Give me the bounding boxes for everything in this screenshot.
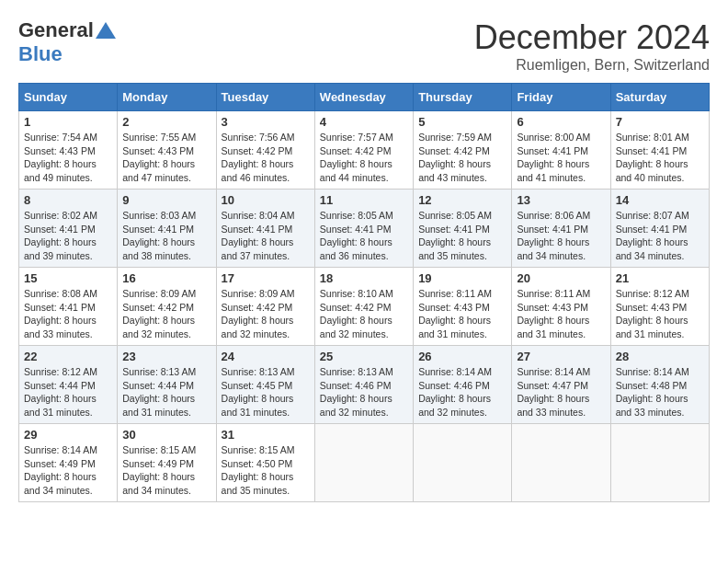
day-info: Sunrise: 8:02 AMSunset: 4:41 PMDaylight:… bbox=[24, 209, 112, 263]
day-number: 14 bbox=[616, 193, 704, 207]
calendar-week-row: 29Sunrise: 8:14 AMSunset: 4:49 PMDayligh… bbox=[19, 424, 710, 502]
day-info: Sunrise: 8:11 AMSunset: 4:43 PMDaylight:… bbox=[418, 287, 506, 341]
day-number: 22 bbox=[24, 350, 112, 363]
day-number: 28 bbox=[616, 350, 704, 363]
day-number: 8 bbox=[24, 193, 112, 207]
day-number: 19 bbox=[418, 271, 506, 285]
day-number: 18 bbox=[320, 271, 408, 285]
calendar-day-cell: 18Sunrise: 8:10 AMSunset: 4:42 PMDayligh… bbox=[314, 268, 413, 346]
calendar-day-cell: 14Sunrise: 8:07 AMSunset: 4:41 PMDayligh… bbox=[610, 190, 709, 268]
day-info: Sunrise: 8:04 AMSunset: 4:41 PMDaylight:… bbox=[222, 209, 310, 263]
day-info: Sunrise: 8:10 AMSunset: 4:42 PMDaylight:… bbox=[320, 287, 408, 341]
month-title: December 2024 bbox=[474, 18, 710, 57]
calendar-day-cell: 31Sunrise: 8:15 AMSunset: 4:50 PMDayligh… bbox=[216, 424, 314, 502]
day-number: 6 bbox=[517, 115, 605, 129]
calendar-day-cell: 24Sunrise: 8:13 AMSunset: 4:45 PMDayligh… bbox=[216, 346, 314, 424]
calendar-day-cell: 1Sunrise: 7:54 AMSunset: 4:43 PMDaylight… bbox=[19, 111, 118, 190]
calendar-empty-cell bbox=[414, 424, 512, 502]
day-info: Sunrise: 8:11 AMSunset: 4:43 PMDaylight:… bbox=[517, 287, 605, 341]
calendar-day-cell: 13Sunrise: 8:06 AMSunset: 4:41 PMDayligh… bbox=[512, 190, 610, 268]
logo-blue: Blue bbox=[18, 42, 63, 66]
day-info: Sunrise: 8:09 AMSunset: 4:42 PMDaylight:… bbox=[222, 287, 310, 341]
calendar-day-cell: 23Sunrise: 8:13 AMSunset: 4:44 PMDayligh… bbox=[118, 346, 216, 424]
calendar-week-row: 15Sunrise: 8:08 AMSunset: 4:41 PMDayligh… bbox=[19, 268, 710, 346]
calendar-day-cell: 20Sunrise: 8:11 AMSunset: 4:43 PMDayligh… bbox=[512, 268, 610, 346]
day-number: 7 bbox=[616, 115, 704, 129]
calendar-empty-cell bbox=[610, 424, 709, 502]
day-number: 1 bbox=[24, 115, 112, 129]
day-number: 27 bbox=[517, 350, 605, 363]
calendar-day-cell: 22Sunrise: 8:12 AMSunset: 4:44 PMDayligh… bbox=[19, 346, 118, 424]
calendar-week-row: 1Sunrise: 7:54 AMSunset: 4:43 PMDaylight… bbox=[19, 111, 710, 190]
day-info: Sunrise: 8:12 AMSunset: 4:44 PMDaylight:… bbox=[24, 365, 112, 419]
calendar-day-cell: 19Sunrise: 8:11 AMSunset: 4:43 PMDayligh… bbox=[414, 268, 512, 346]
day-info: Sunrise: 8:09 AMSunset: 4:42 PMDaylight:… bbox=[122, 287, 210, 341]
day-info: Sunrise: 7:59 AMSunset: 4:42 PMDaylight:… bbox=[418, 131, 506, 185]
day-number: 5 bbox=[418, 115, 506, 129]
calendar-day-cell: 16Sunrise: 8:09 AMSunset: 4:42 PMDayligh… bbox=[118, 268, 216, 346]
day-info: Sunrise: 8:00 AMSunset: 4:41 PMDaylight:… bbox=[517, 131, 605, 185]
day-number: 3 bbox=[222, 115, 310, 129]
calendar-header-wednesday: Wednesday bbox=[314, 84, 413, 111]
calendar-day-cell: 29Sunrise: 8:14 AMSunset: 4:49 PMDayligh… bbox=[19, 424, 118, 502]
day-info: Sunrise: 8:14 AMSunset: 4:47 PMDaylight:… bbox=[517, 365, 605, 419]
day-number: 29 bbox=[24, 428, 112, 442]
day-info: Sunrise: 7:54 AMSunset: 4:43 PMDaylight:… bbox=[24, 131, 112, 185]
day-info: Sunrise: 8:05 AMSunset: 4:41 PMDaylight:… bbox=[418, 209, 506, 263]
day-info: Sunrise: 8:15 AMSunset: 4:50 PMDaylight:… bbox=[222, 443, 310, 498]
day-info: Sunrise: 8:13 AMSunset: 4:46 PMDaylight:… bbox=[320, 365, 408, 419]
calendar-day-cell: 30Sunrise: 8:15 AMSunset: 4:49 PMDayligh… bbox=[118, 424, 216, 502]
day-number: 31 bbox=[222, 428, 310, 442]
day-number: 11 bbox=[320, 193, 408, 207]
calendar-day-cell: 7Sunrise: 8:01 AMSunset: 4:41 PMDaylight… bbox=[610, 111, 709, 190]
location-title: Ruemligen, Bern, Switzerland bbox=[474, 57, 710, 74]
calendar-day-cell: 5Sunrise: 7:59 AMSunset: 4:42 PMDaylight… bbox=[414, 111, 512, 190]
day-info: Sunrise: 8:14 AMSunset: 4:48 PMDaylight:… bbox=[616, 365, 704, 419]
calendar-header-thursday: Thursday bbox=[414, 84, 512, 111]
calendar-day-cell: 4Sunrise: 7:57 AMSunset: 4:42 PMDaylight… bbox=[314, 111, 413, 190]
calendar-day-cell: 6Sunrise: 8:00 AMSunset: 4:41 PMDaylight… bbox=[512, 111, 610, 190]
calendar-day-cell: 9Sunrise: 8:03 AMSunset: 4:41 PMDaylight… bbox=[118, 190, 216, 268]
logo: General Blue bbox=[18, 18, 116, 66]
day-number: 13 bbox=[517, 193, 605, 207]
calendar-day-cell: 21Sunrise: 8:12 AMSunset: 4:43 PMDayligh… bbox=[610, 268, 709, 346]
day-info: Sunrise: 7:57 AMSunset: 4:42 PMDaylight:… bbox=[320, 131, 408, 185]
calendar-day-cell: 17Sunrise: 8:09 AMSunset: 4:42 PMDayligh… bbox=[216, 268, 314, 346]
calendar-header-tuesday: Tuesday bbox=[216, 84, 314, 111]
day-number: 21 bbox=[616, 271, 704, 285]
logo-icon bbox=[96, 22, 116, 39]
calendar-day-cell: 28Sunrise: 8:14 AMSunset: 4:48 PMDayligh… bbox=[610, 346, 709, 424]
day-info: Sunrise: 8:13 AMSunset: 4:45 PMDaylight:… bbox=[222, 365, 310, 419]
day-number: 9 bbox=[122, 193, 210, 207]
calendar-day-cell: 12Sunrise: 8:05 AMSunset: 4:41 PMDayligh… bbox=[414, 190, 512, 268]
day-number: 15 bbox=[24, 271, 112, 285]
svg-marker-0 bbox=[96, 22, 116, 39]
calendar-day-cell: 26Sunrise: 8:14 AMSunset: 4:46 PMDayligh… bbox=[414, 346, 512, 424]
day-info: Sunrise: 8:03 AMSunset: 4:41 PMDaylight:… bbox=[122, 209, 210, 263]
calendar-header-sunday: Sunday bbox=[19, 84, 118, 111]
day-number: 2 bbox=[122, 115, 210, 129]
day-number: 23 bbox=[122, 350, 210, 363]
calendar-week-row: 8Sunrise: 8:02 AMSunset: 4:41 PMDaylight… bbox=[19, 190, 710, 268]
day-number: 10 bbox=[222, 193, 310, 207]
day-number: 30 bbox=[122, 428, 210, 442]
day-info: Sunrise: 8:14 AMSunset: 4:46 PMDaylight:… bbox=[418, 365, 506, 419]
calendar-week-row: 22Sunrise: 8:12 AMSunset: 4:44 PMDayligh… bbox=[19, 346, 710, 424]
calendar-header-row: SundayMondayTuesdayWednesdayThursdayFrid… bbox=[19, 84, 710, 111]
calendar-day-cell: 15Sunrise: 8:08 AMSunset: 4:41 PMDayligh… bbox=[19, 268, 118, 346]
title-area: December 2024 Ruemligen, Bern, Switzerla… bbox=[474, 18, 710, 74]
day-number: 26 bbox=[418, 350, 506, 363]
calendar-header-monday: Monday bbox=[118, 84, 216, 111]
day-info: Sunrise: 7:56 AMSunset: 4:42 PMDaylight:… bbox=[222, 131, 310, 185]
calendar-day-cell: 10Sunrise: 8:04 AMSunset: 4:41 PMDayligh… bbox=[216, 190, 314, 268]
calendar-empty-cell bbox=[512, 424, 610, 502]
day-info: Sunrise: 8:14 AMSunset: 4:49 PMDaylight:… bbox=[24, 443, 112, 498]
calendar-day-cell: 25Sunrise: 8:13 AMSunset: 4:46 PMDayligh… bbox=[314, 346, 413, 424]
day-info: Sunrise: 8:12 AMSunset: 4:43 PMDaylight:… bbox=[616, 287, 704, 341]
day-number: 4 bbox=[320, 115, 408, 129]
day-number: 20 bbox=[517, 271, 605, 285]
header: General Blue December 2024 Ruemligen, Be… bbox=[18, 18, 710, 74]
calendar-header-saturday: Saturday bbox=[610, 84, 709, 111]
day-info: Sunrise: 8:08 AMSunset: 4:41 PMDaylight:… bbox=[24, 287, 112, 341]
day-number: 12 bbox=[418, 193, 506, 207]
